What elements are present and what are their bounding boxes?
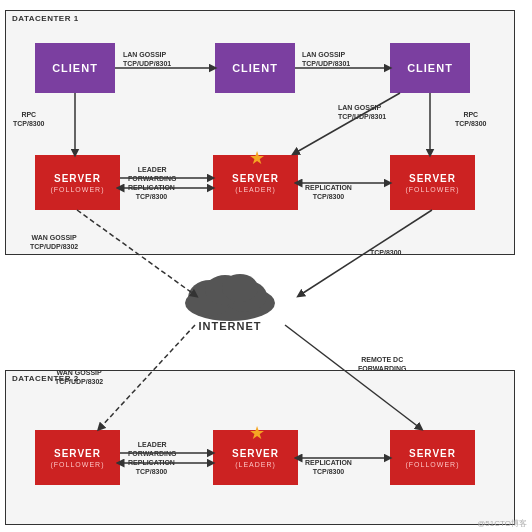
watermark: @51CTO博客: [477, 518, 527, 529]
rpc-left-label: RPCTCP/8300: [13, 110, 45, 128]
main-container: DATACENTER 1 DATACENTER 2 CLIENT CLIENT …: [0, 0, 532, 532]
client2-box: CLIENT: [215, 43, 295, 93]
client3-box: CLIENT: [390, 43, 470, 93]
wan-gossip-label-dc1: WAN GOSSIPTCP/UDP/8302: [30, 233, 78, 251]
rpc-right-label: RPCTCP/8300: [455, 110, 487, 128]
star-leader-dc2: ★: [249, 422, 265, 444]
leader-fwd-label-dc2: LEADERFORWARDING: [128, 440, 176, 458]
server1-box: SERVER (FOLLOWER): [35, 155, 120, 210]
client1-label: CLIENT: [52, 62, 98, 74]
server4-box: SERVER (FOLLOWER): [35, 430, 120, 485]
svg-point-4: [222, 274, 258, 302]
tcp8300-label: TCP/8300: [370, 248, 402, 257]
replication-label-1: REPLICATIONTCP/8300: [128, 183, 175, 201]
server3-box: SERVER (FOLLOWER): [390, 155, 475, 210]
server6-box: SERVER (FOLLOWER): [390, 430, 475, 485]
leader-fwd-label: LEADERFORWARDING: [128, 165, 176, 183]
internet-cloud: INTERNET: [170, 268, 290, 332]
client3-label: CLIENT: [407, 62, 453, 74]
server5-sub: (LEADER): [235, 461, 276, 468]
server2-sub: (LEADER): [235, 186, 276, 193]
lan-gossip-label-3: LAN GOSSIPTCP/UDP/8301: [338, 103, 386, 121]
server4-label: SERVER: [54, 448, 101, 459]
datacenter1-label: DATACENTER 1: [12, 14, 79, 23]
server6-sub: (FOLLOWER): [406, 461, 460, 468]
server3-label: SERVER: [409, 173, 456, 184]
replication-label-4: REPLICATIONTCP/8300: [305, 458, 352, 476]
server1-sub: (FOLLOWER): [51, 186, 105, 193]
wan-gossip-label-dc2: WAN GOSSIPTCP/UDP/8302: [55, 368, 103, 386]
server6-label: SERVER: [409, 448, 456, 459]
server2-label: SERVER: [232, 173, 279, 184]
star-leader-dc1: ★: [249, 147, 265, 169]
lan-gossip-label-2: LAN GOSSIPTCP/UDP/8301: [302, 50, 350, 68]
server3-sub: (FOLLOWER): [406, 186, 460, 193]
server5-label: SERVER: [232, 448, 279, 459]
client1-box: CLIENT: [35, 43, 115, 93]
lan-gossip-label-1: LAN GOSSIPTCP/UDP/8301: [123, 50, 171, 68]
server4-sub: (FOLLOWER): [51, 461, 105, 468]
replication-label-2: REPLICATIONTCP/8300: [305, 183, 352, 201]
client2-label: CLIENT: [232, 62, 278, 74]
remote-dc-label: REMOTE DCFORWARDING: [358, 355, 406, 373]
server1-label: SERVER: [54, 173, 101, 184]
cloud-svg: [170, 268, 290, 323]
replication-label-3: REPLICATIONTCP/8300: [128, 458, 175, 476]
